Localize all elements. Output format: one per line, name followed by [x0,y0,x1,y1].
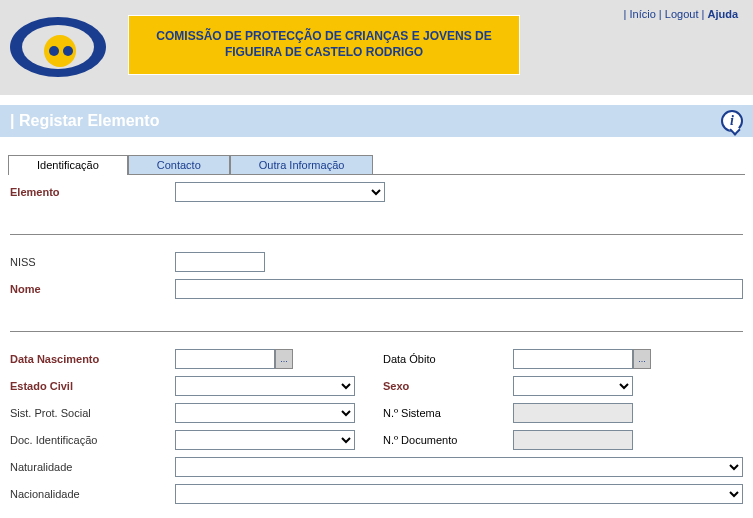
top-links: | Início | Logout | Ajuda [624,8,738,20]
datepicker-nascimento-icon[interactable]: ... [275,349,293,369]
select-sist-prot-social[interactable] [175,403,355,423]
label-sexo: Sexo [373,380,513,392]
label-niss: NISS [10,256,175,268]
page-title: | Registar Elemento [10,112,159,130]
label-sist-prot-social: Sist. Prot. Social [10,407,175,419]
select-naturalidade[interactable] [175,457,743,477]
form-details: Data Nascimento ... Data Óbito ... Estad… [0,342,753,518]
info-icon[interactable]: i [721,110,743,132]
label-n-sistema: N.º Sistema [373,407,513,419]
label-estado-civil: Estado Civil [10,380,175,392]
svg-point-4 [63,46,73,56]
tab-identificacao[interactable]: Identificação [8,155,128,174]
tabs: Identificação Contacto Outra Informação [8,155,745,175]
label-doc-identificacao: Doc. Identificação [10,434,175,446]
title-bar: | Registar Elemento i [0,105,753,137]
svg-point-3 [49,46,59,56]
link-logout[interactable]: Logout [665,8,699,20]
select-nacionalidade[interactable] [175,484,743,504]
banner-line-2: FIGUEIRA DE CASTELO RODRIGO [225,45,423,59]
input-nome[interactable] [175,279,743,299]
label-data-obito: Data Óbito [373,353,513,365]
label-nome: Nome [10,283,175,295]
input-data-obito[interactable] [513,349,633,369]
select-elemento[interactable] [175,182,385,202]
tab-contacto[interactable]: Contacto [128,155,230,174]
label-data-nascimento: Data Nascimento [10,353,175,365]
divider-2 [10,331,743,332]
select-doc-identificacao[interactable] [175,430,355,450]
header: COMISSÃO DE PROTECÇÃO DE CRIANÇAS E JOVE… [0,0,753,95]
app-logo [8,15,108,80]
divider-1 [10,234,743,235]
input-n-documento [513,430,633,450]
banner-line-1: COMISSÃO DE PROTECÇÃO DE CRIANÇAS E JOVE… [156,29,491,43]
banner: COMISSÃO DE PROTECÇÃO DE CRIANÇAS E JOVE… [128,15,520,75]
label-naturalidade: Naturalidade [10,461,175,473]
select-estado-civil[interactable] [175,376,355,396]
link-inicio[interactable]: Início [630,8,656,20]
datepicker-obito-icon[interactable]: ... [633,349,651,369]
input-n-sistema [513,403,633,423]
input-niss[interactable] [175,252,265,272]
label-elemento: Elemento [10,186,175,198]
form-niss-nome: NISS Nome [0,245,753,321]
select-sexo[interactable] [513,376,633,396]
input-data-nascimento[interactable] [175,349,275,369]
tab-outra-informacao[interactable]: Outra Informação [230,155,374,174]
link-ajuda[interactable]: Ajuda [707,8,738,20]
label-nacionalidade: Nacionalidade [10,488,175,500]
label-n-documento: N.º Documento [373,434,513,446]
form-identificacao: Elemento [0,175,753,224]
